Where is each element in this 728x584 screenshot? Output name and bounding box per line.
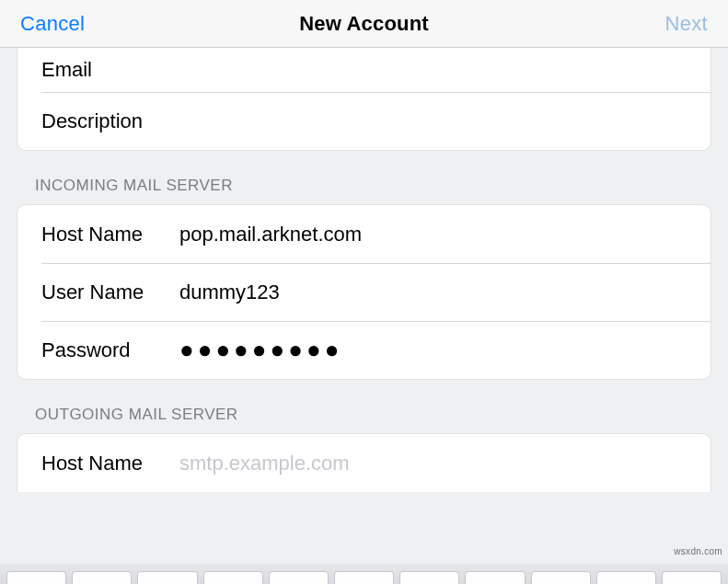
watermark-text: wsxdn.com <box>674 546 722 556</box>
outgoing-host-label: Host Name <box>41 452 179 475</box>
key-top <box>334 571 394 584</box>
key-top <box>6 571 66 584</box>
page-title: New Account <box>299 12 429 36</box>
email-label: Email <box>41 58 179 82</box>
key-top <box>399 571 459 584</box>
key-top <box>662 571 722 584</box>
outgoing-server-group: Host Name <box>17 433 711 492</box>
outgoing-host-input[interactable] <box>179 452 711 475</box>
incoming-host-input[interactable] <box>179 223 711 246</box>
email-input[interactable] <box>179 58 711 82</box>
email-row[interactable]: Email <box>17 48 711 92</box>
incoming-user-row[interactable]: User Name <box>17 263 711 321</box>
outgoing-host-row[interactable]: Host Name <box>17 434 711 492</box>
description-label: Description <box>41 109 179 133</box>
description-input[interactable] <box>179 109 711 133</box>
account-info-group: Email Description <box>17 48 711 151</box>
key-top <box>465 571 525 584</box>
incoming-server-group: Host Name User Name Password ●●●●●●●●● <box>17 204 711 380</box>
outgoing-header: OUTGOING MAIL SERVER <box>0 380 728 433</box>
keyboard-preview <box>0 564 728 584</box>
key-top <box>203 571 263 584</box>
incoming-user-label: User Name <box>41 281 179 304</box>
incoming-header: INCOMING MAIL SERVER <box>0 151 728 204</box>
nav-bar: Cancel New Account Next <box>0 0 728 48</box>
key-top <box>596 571 656 584</box>
next-button[interactable]: Next <box>665 12 708 36</box>
incoming-host-label: Host Name <box>41 223 179 246</box>
incoming-password-input[interactable]: ●●●●●●●●● <box>179 336 711 364</box>
incoming-password-label: Password <box>41 338 179 362</box>
description-row[interactable]: Description <box>17 92 711 150</box>
incoming-password-row[interactable]: Password ●●●●●●●●● <box>17 321 711 379</box>
cancel-button[interactable]: Cancel <box>20 12 85 36</box>
key-top <box>72 571 132 584</box>
incoming-host-row[interactable]: Host Name <box>17 205 711 263</box>
key-top <box>269 571 329 584</box>
incoming-user-input[interactable] <box>179 281 711 304</box>
key-top <box>531 571 591 584</box>
key-top <box>137 571 197 584</box>
